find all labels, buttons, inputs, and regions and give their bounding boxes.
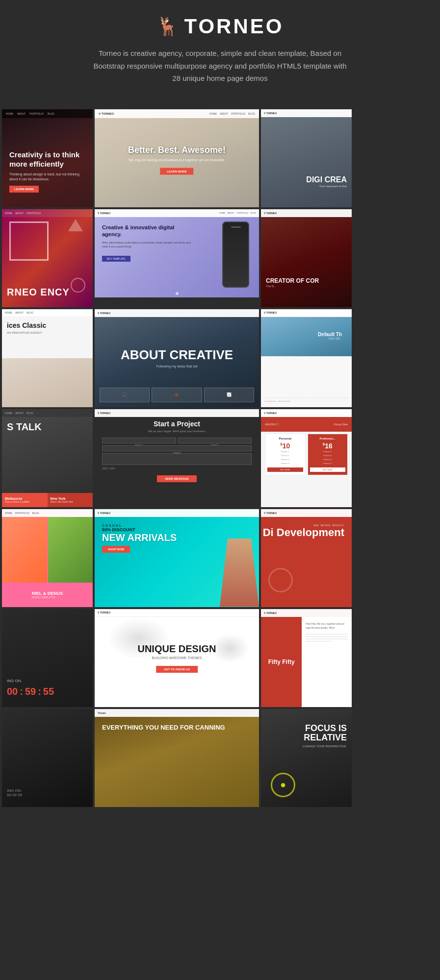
phone-image <box>222 221 249 288</box>
tile9-logo: V TORNEO <box>264 311 277 314</box>
tile16-btn[interactable]: GET TO KNOW US <box>156 666 198 673</box>
tile-creative-digital[interactable]: V TORNEO HOMEABOUTPORTFOLIOBLOG Creative… <box>95 209 259 297</box>
tile3-subtext: Your exposure of this <box>306 185 347 188</box>
location-boxes: Melbourne Patton Street Caulfield New Yo… <box>2 493 93 507</box>
icon-box-2: 💼 <box>152 388 202 402</box>
tile12-heading: NEW ARRIVALS <box>102 532 177 543</box>
tile-pricing[interactable]: V TORNEO AMAZING T... Pricing Table Pers… <box>261 409 352 507</box>
tile7-heading: ices Classic <box>7 321 88 329</box>
tile8-heading: ABOUT CREATIVE <box>103 348 251 362</box>
tile7-photo <box>2 358 93 407</box>
city2: New York <box>51 497 90 500</box>
tile12-btn[interactable]: SHOP NOW <box>102 546 130 553</box>
tile12-logo: V TORNEO <box>98 512 110 514</box>
tile17-logo: V TORNEO <box>264 612 277 614</box>
countdown-s: 55 <box>43 686 54 697</box>
tile9-heading: Default Th <box>318 332 342 337</box>
project-details-field[interactable] <box>102 453 252 465</box>
tile-s-talk[interactable]: HOMEABOUTBLOG S TALK Melbourne Patton St… <box>2 409 93 507</box>
tile14-logo: V TORNEO <box>264 512 277 514</box>
tile8-subtext: Following my ideas that tell <box>103 365 251 368</box>
tile2-heading: Better. Best. Awesome! <box>103 145 251 155</box>
tile16-subtext: BUILDING AWESOME THEMES <box>103 656 251 660</box>
tile-creativity[interactable]: HOMEABOUTPORTFOLIOBLOG Creativity is to … <box>2 109 93 207</box>
tile5-btn[interactable]: BUY TEMPLATE <box>102 256 130 262</box>
tile-about-creative[interactable]: V TORNEO ABOUT CREATIVE Following my ide… <box>95 309 259 407</box>
tile9-subtext: OUR CRE... <box>318 337 342 340</box>
tile-new-arrivals[interactable]: V TORNEO CASUAL 50% DISCOUNT NEW ARRIVAL… <box>95 509 259 607</box>
tile-canning[interactable]: Torneo EVERYTHING YOU NEED FOR CANNING <box>95 709 259 807</box>
tile-better-best[interactable]: V TORNEO HOMEABOUTPORTFOLIOBLOG Better. … <box>95 109 259 207</box>
tile-fifty-fifty[interactable]: V TORNEO Fifty Fifty Fifty Fifty. We hun… <box>261 609 352 707</box>
header: 🦌 TORNEO Torneo is creative agency, corp… <box>0 0 440 109</box>
tile17-left: Fifty Fifty <box>261 617 302 707</box>
tile-development[interactable]: V TORNEO WE MAKE MAGIC Di Development <box>261 509 352 607</box>
tile-rneo-ency[interactable]: HOMEABOUTPORTFOLIO RNEO ENCY <box>2 209 93 307</box>
tile3-logo: V TORNEO <box>264 112 277 115</box>
gallery-row-6: ING ON. 00 : 59 : 55 V TORNEO UNIQUE DES… <box>0 609 440 707</box>
tile18-label: ING ON. <box>7 679 88 683</box>
tile8-icons: 🎧 💼 📈 <box>100 388 254 402</box>
tile19-logo: Torneo <box>98 711 106 714</box>
tile19-heading: EVERYTHING YOU NEED FOR CANNING <box>102 724 252 732</box>
shape-circle <box>71 278 85 293</box>
tile-default[interactable]: V TORNEO Default Th OUR CRE... Lorem ips… <box>261 309 352 407</box>
tile1-subtext: Thinking about design is hard, but not t… <box>9 172 85 182</box>
tile-start-project[interactable]: V TORNEO Start a Project Tell us your ta… <box>95 409 259 507</box>
bottom-bar: NIEL & DENUS RAISIE CHARLOTTE <box>2 583 93 607</box>
gallery-row-7: ING ON. 00 59 55 Torneo EVERYTHING YOU N… <box>0 709 440 807</box>
tile-focus[interactable]: FOCUS IS RELATIVE CHANGE YOUR PERSPECTIV… <box>261 709 352 807</box>
gallery-row-5: HOMEPORTFOLIOBLOG NIEL & DENUS RAISIE CH… <box>0 509 440 607</box>
gallery-row-1: HOMEABOUTPORTFOLIOBLOG Creativity is to … <box>0 109 440 207</box>
tile11-heading: Start a Project <box>102 420 252 428</box>
tile-unique-design[interactable]: V TORNEO UNIQUE DESIGN BUILDING AWESOME … <box>95 609 259 707</box>
tile20-heading: FOCUS IS RELATIVE <box>261 724 347 743</box>
tile17-heading: Fifty Fifty <box>268 659 295 665</box>
countdown-h: 00 <box>7 686 18 697</box>
tile16-heading: UNIQUE DESIGN <box>103 643 251 654</box>
tile6-heading: CREATOR OF COR <box>266 277 347 284</box>
location-newyork: New York West 14th North Stre <box>48 493 93 507</box>
tile7-subtext: AN INNOVATIVE AGENCY <box>7 331 88 334</box>
tile9-photo: Default Th OUR CRE... <box>261 317 352 356</box>
tile-digi-crea[interactable]: V TORNEO DIGI CREA Your exposure of this <box>261 109 352 207</box>
price-card-professional: Professio... $16 Feature 1Feature 2Featu… <box>308 434 348 475</box>
tile6-logo: V TORNEO <box>264 212 277 215</box>
tile-countdown[interactable]: ING ON. 00 : 59 : 55 <box>2 609 93 707</box>
tile12-discount: 50% DISCOUNT <box>102 527 177 532</box>
tile-dark-left[interactable]: ING ON. 00 59 55 <box>2 709 93 807</box>
tile-ices-classic[interactable]: HOMEABOUTBLOG ices Classic AN INNOVATIVE… <box>2 309 93 407</box>
shape-tri <box>68 219 83 231</box>
header-description: Torneo is creative agency, corporate, si… <box>93 47 348 85</box>
tile16-logo: V TORNEO <box>98 611 110 614</box>
tile-creator[interactable]: V TORNEO CREATOR OF COR The B... <box>261 209 352 307</box>
icon-box-1: 🎧 <box>100 388 150 402</box>
photo-grid <box>2 517 93 583</box>
tile-food-blog[interactable]: HOMEPORTFOLIOBLOG NIEL & DENUS RAISIE CH… <box>2 509 93 607</box>
tile2-subtext: We may be looking at individuals but tog… <box>103 158 251 161</box>
tile5-logo: V TORNEO <box>98 212 110 215</box>
pagination-dot <box>176 292 179 295</box>
countdown-m: 59 <box>25 686 36 697</box>
tile1-heading: Creativity is to think more efficiently <box>9 150 85 169</box>
price1: 10 <box>283 442 290 450</box>
tile15-name1: NIEL & DENUS <box>32 591 63 596</box>
location-melbourne: Melbourne Patton Street Caulfield <box>2 493 48 507</box>
tile5-heading: Creative & innovative digital agency. <box>102 224 192 238</box>
tile1-btn[interactable]: LEARN MORE <box>9 186 39 193</box>
tile8-logo: V TORNEO <box>98 312 110 315</box>
plan2-btn[interactable]: BUY NOW <box>310 467 346 472</box>
tile14-heading: Di Development <box>263 527 344 539</box>
submit-btn[interactable]: SEND MESSAGE <box>157 475 196 482</box>
countdown: 00 : 59 : 55 <box>7 686 88 697</box>
gallery-row-4: HOMEABOUTBLOG S TALK Melbourne Patton St… <box>0 409 440 507</box>
tile15-name2: RAISIE CHARLOTTE <box>32 596 63 599</box>
logo-container: 🦌 TORNEO <box>10 15 430 38</box>
price-card-personal: Personal $10 Feature 1Feature 2Feature 3… <box>265 434 306 475</box>
plan1-btn[interactable]: BUY NOW <box>267 467 303 472</box>
gallery-row-3: HOMEABOUTBLOG ices Classic AN INNOVATIVE… <box>0 309 440 407</box>
photo-2 <box>48 517 93 583</box>
tile20-subtext: CHANGE YOUR PERSPECTIVE. <box>261 745 347 748</box>
tile2-btn[interactable]: LEARN MORE <box>160 168 193 174</box>
deer-icon: 🦌 <box>156 16 179 37</box>
